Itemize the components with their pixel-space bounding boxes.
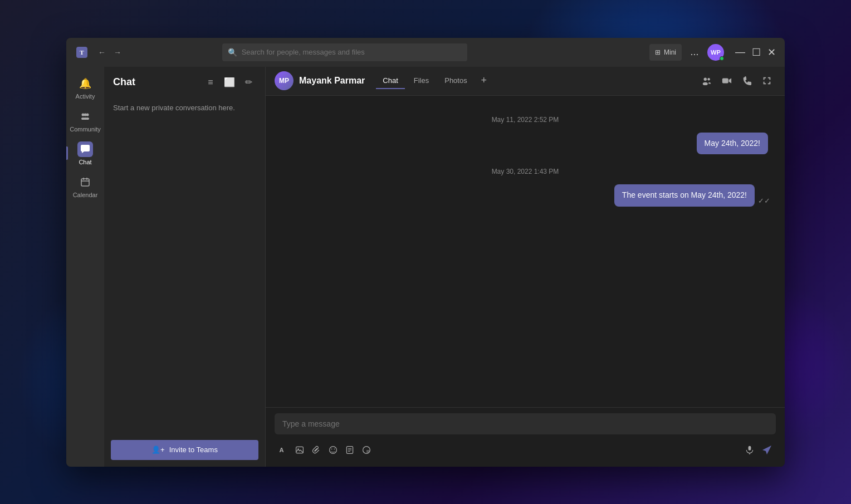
invite-icon: 👤+ <box>151 446 165 454</box>
chat-list-actions: ≡ ⬜ ✏ <box>203 75 256 90</box>
message-input[interactable] <box>282 419 768 428</box>
chat-header-actions <box>698 72 776 90</box>
user-avatar-button[interactable]: WP <box>707 44 724 61</box>
search-input[interactable] <box>242 48 462 56</box>
avatar-status-indicator <box>720 56 724 61</box>
sidebar: 🔔 Activity Community <box>66 67 104 467</box>
mini-button[interactable]: ⊞ Mini <box>649 44 682 61</box>
chat-list-panel: Chat ≡ ⬜ ✏ Start a new private conversat… <box>104 67 266 467</box>
expand-button[interactable] <box>758 72 776 90</box>
input-toolbar: A <box>275 439 776 461</box>
message-bubble-2: The event starts on May 24th, 2022! <box>614 184 755 207</box>
svg-rect-27 <box>749 446 751 450</box>
tab-chat[interactable]: Chat <box>376 73 404 89</box>
message-input-box[interactable] <box>275 413 776 434</box>
svg-point-20 <box>331 448 332 449</box>
svg-point-7 <box>84 118 87 120</box>
message-row-2: The event starts on May 24th, 2022! ✓✓ <box>282 184 768 207</box>
back-button[interactable]: ← <box>95 46 109 59</box>
chat-list-header: Chat ≡ ⬜ ✏ <box>104 67 265 95</box>
active-indicator <box>66 146 68 160</box>
chat-list-empty: Start a new private conversation here. <box>104 95 265 433</box>
add-tab-button[interactable]: + <box>476 73 492 89</box>
sidebar-item-activity[interactable]: 🔔 Activity <box>66 71 104 104</box>
title-bar: T ← → 🔍 ⊞ Mini ... WP — ☐ ✕ <box>66 38 785 67</box>
send-button[interactable] <box>758 441 776 459</box>
more-options-button[interactable]: ... <box>686 44 703 61</box>
date-divider-2: May 30, 2022 1:43 PM <box>282 168 768 175</box>
message-input-area: A <box>266 407 785 467</box>
activity-icon: 🔔 <box>77 76 93 91</box>
calendar-icon <box>77 174 93 190</box>
chat-tabs: Chat Files Photos + <box>376 73 698 89</box>
mini-icon: ⊞ <box>655 48 661 56</box>
search-icon: 🔍 <box>228 48 237 57</box>
dictation-button[interactable] <box>741 442 758 458</box>
messages-area[interactable]: May 11, 2022 2:52 PM May 24th, 2022! May… <box>266 96 785 407</box>
chat-area: MP Mayank Parmar Chat Files Photos + <box>266 67 785 467</box>
svg-point-12 <box>704 78 707 81</box>
svg-rect-17 <box>296 447 304 453</box>
svg-rect-8 <box>81 179 89 186</box>
contact-name: Mayank Parmar <box>299 76 365 86</box>
svg-point-14 <box>703 82 708 85</box>
invite-to-teams-button[interactable]: 👤+ Invite to Teams <box>111 440 258 460</box>
tab-photos[interactable]: Photos <box>438 73 473 89</box>
title-bar-right: ⊞ Mini ... WP — ☐ ✕ <box>649 44 778 61</box>
sticker-button[interactable] <box>358 442 375 458</box>
svg-rect-15 <box>722 79 728 84</box>
contact-avatar: MP <box>275 71 294 90</box>
compose-button[interactable]: ✏ <box>241 75 256 90</box>
svg-point-21 <box>334 448 335 449</box>
emoji-button[interactable] <box>325 442 341 458</box>
close-button[interactable]: ✕ <box>765 44 778 61</box>
message-row-1: May 24th, 2022! <box>282 133 768 155</box>
minimize-button[interactable]: — <box>733 44 747 61</box>
svg-point-4 <box>84 113 87 116</box>
forward-button[interactable]: → <box>111 46 124 59</box>
image-button[interactable] <box>291 442 308 458</box>
main-window: T ← → 🔍 ⊞ Mini ... WP — ☐ ✕ <box>66 38 785 467</box>
message-status-icon: ✓✓ <box>758 197 768 207</box>
chat-list-title: Chat <box>113 76 135 88</box>
window-controls: — ☐ ✕ <box>733 44 778 61</box>
nav-arrows: ← → <box>95 46 124 59</box>
date-divider-1: May 11, 2022 2:52 PM <box>282 116 768 124</box>
sidebar-item-calendar[interactable]: Calendar <box>66 170 104 203</box>
sidebar-item-chat[interactable]: Chat <box>66 137 104 170</box>
chat-header: MP Mayank Parmar Chat Files Photos + <box>266 67 785 96</box>
format-button[interactable]: A <box>275 442 291 458</box>
chat-icon <box>77 141 93 157</box>
video-call-button[interactable] <box>718 72 736 90</box>
svg-text:T: T <box>80 49 84 56</box>
community-icon <box>77 109 93 124</box>
message-bubble-1: May 24th, 2022! <box>697 133 768 155</box>
search-bar[interactable]: 🔍 <box>222 43 467 61</box>
filter-button[interactable]: ≡ <box>203 75 218 90</box>
maximize-button[interactable]: ☐ <box>750 44 763 61</box>
video-call-list-button[interactable]: ⬜ <box>222 75 237 90</box>
tab-files[interactable]: Files <box>407 73 436 89</box>
svg-point-19 <box>330 446 337 453</box>
main-content: 🔔 Activity Community <box>66 67 785 467</box>
svg-point-13 <box>707 78 710 81</box>
svg-text:A: A <box>280 447 284 453</box>
audio-call-button[interactable] <box>738 72 756 90</box>
sidebar-item-community[interactable]: Community <box>66 104 104 137</box>
attach-button[interactable] <box>308 442 325 458</box>
participants-button[interactable] <box>698 72 716 90</box>
more-toolbar-button[interactable] <box>341 442 358 458</box>
teams-logo: T <box>73 43 91 61</box>
